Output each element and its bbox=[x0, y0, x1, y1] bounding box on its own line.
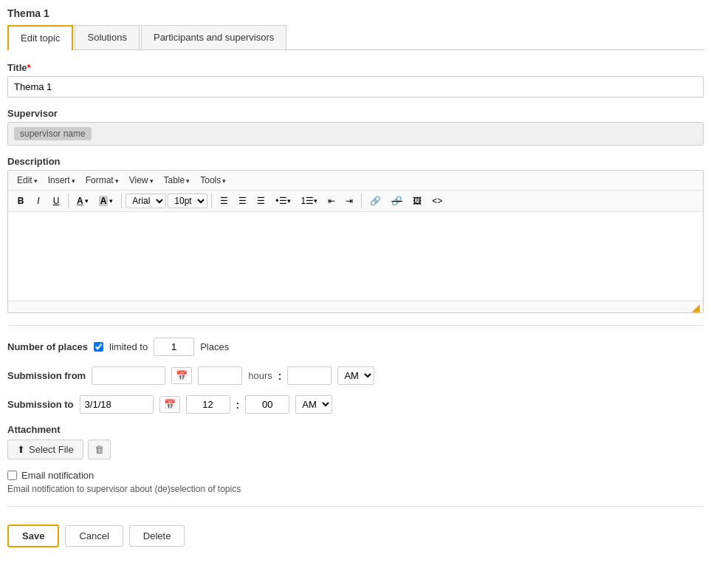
attachment-buttons: ⬆ Select File 🗑 bbox=[7, 440, 704, 459]
email-notification-row: Email notification bbox=[7, 470, 704, 481]
edit-arrow: ▾ bbox=[34, 177, 38, 185]
colon-to: : bbox=[236, 399, 240, 411]
title-input[interactable] bbox=[7, 76, 704, 98]
save-button[interactable]: Save bbox=[7, 524, 59, 547]
submission-to-hours-input[interactable] bbox=[186, 395, 230, 414]
trash-icon: 🗑 bbox=[95, 444, 104, 455]
action-buttons: Save Cancel Delete bbox=[7, 519, 704, 547]
image-button[interactable]: 🖼 bbox=[408, 194, 426, 208]
colon-from: : bbox=[278, 370, 282, 382]
tab-solutions[interactable]: Solutions bbox=[75, 25, 139, 49]
title-required-marker: * bbox=[27, 62, 31, 73]
insert-arrow: ▾ bbox=[72, 177, 75, 185]
menu-format[interactable]: Format▾ bbox=[81, 174, 123, 187]
email-notification-note: Email notification to supervisor about (… bbox=[7, 484, 704, 494]
source-button[interactable]: <> bbox=[427, 194, 447, 208]
submission-from-calendar-button[interactable]: 📅 bbox=[171, 367, 192, 384]
attachment-label: Attachment bbox=[7, 424, 704, 435]
editor-toolbar: B I U A ▾ A ▾ Arial 10pt ☰ ☰ ☰ •☰▾ bbox=[8, 191, 703, 212]
places-checkbox[interactable] bbox=[94, 342, 103, 352]
editor-menubar: Edit▾ Insert▾ Format▾ View▾ Table▾ Tools… bbox=[8, 171, 703, 191]
menu-table[interactable]: Table▾ bbox=[159, 174, 195, 187]
font-family-select[interactable]: Arial bbox=[126, 194, 166, 208]
places-input[interactable] bbox=[154, 338, 194, 356]
submission-from-hours-input[interactable] bbox=[198, 366, 242, 385]
submission-to-label: Submission to bbox=[7, 399, 74, 410]
separator-2 bbox=[7, 506, 704, 507]
unlink-button[interactable]: 🔗 bbox=[387, 194, 407, 208]
title-section: Title* bbox=[7, 62, 704, 98]
align-right-button[interactable]: ☰ bbox=[253, 194, 269, 208]
select-file-button[interactable]: ⬆ Select File bbox=[7, 440, 83, 459]
outdent-button[interactable]: ⇤ bbox=[323, 194, 340, 208]
supervisor-label: Supervisor bbox=[7, 108, 704, 119]
menu-view[interactable]: View▾ bbox=[125, 174, 158, 187]
limited-to-label: limited to bbox=[109, 341, 148, 352]
link-button[interactable]: 🔗 bbox=[365, 194, 385, 208]
email-notification-label: Email notification bbox=[21, 470, 94, 481]
cancel-button[interactable]: Cancel bbox=[65, 525, 123, 547]
tools-arrow: ▾ bbox=[222, 177, 226, 185]
calendar-icon: 📅 bbox=[176, 370, 188, 381]
italic-button[interactable]: I bbox=[30, 194, 47, 208]
submission-from-minutes-input[interactable] bbox=[287, 366, 332, 385]
editor-resize: ◢ bbox=[8, 301, 703, 312]
attachment-section: Attachment ⬆ Select File 🗑 bbox=[7, 424, 704, 459]
toolbar-divider-4 bbox=[361, 194, 362, 208]
hours-label: hours bbox=[248, 370, 272, 381]
title-label: Title* bbox=[7, 62, 704, 73]
toolbar-divider-2 bbox=[121, 194, 122, 208]
submission-from-ampm-select[interactable]: AM PM bbox=[337, 366, 374, 385]
page-title: Thema 1 bbox=[7, 7, 704, 19]
places-unit-label: Places bbox=[200, 341, 229, 352]
underline-button[interactable]: U bbox=[48, 194, 64, 208]
highlight-button[interactable]: A ▾ bbox=[95, 194, 118, 208]
submission-to-ampm-select[interactable]: AM PM bbox=[295, 395, 332, 414]
upload-icon: ⬆ bbox=[17, 444, 25, 455]
delete-button[interactable]: Delete bbox=[129, 525, 185, 547]
view-arrow: ▾ bbox=[150, 177, 154, 185]
submission-to-minutes-input[interactable] bbox=[245, 395, 289, 414]
select-file-label: Select File bbox=[29, 444, 74, 455]
editor-body[interactable] bbox=[8, 212, 703, 301]
editor-container: Edit▾ Insert▾ Format▾ View▾ Table▾ Tools… bbox=[7, 170, 704, 313]
align-center-button[interactable]: ☰ bbox=[234, 194, 251, 208]
menu-edit[interactable]: Edit▾ bbox=[13, 174, 42, 187]
menu-tools[interactable]: Tools▾ bbox=[196, 174, 230, 187]
calendar-to-icon: 📅 bbox=[164, 399, 176, 410]
font-color-button[interactable]: A ▾ bbox=[72, 194, 93, 208]
supervisor-pill: supervisor name bbox=[14, 127, 92, 140]
bullet-list-button[interactable]: •☰▾ bbox=[271, 194, 295, 208]
toolbar-divider-1 bbox=[68, 194, 69, 208]
email-notification-checkbox[interactable] bbox=[7, 471, 17, 480]
tab-edit-topic[interactable]: Edit topic bbox=[7, 25, 73, 50]
delete-attachment-button[interactable]: 🗑 bbox=[88, 440, 111, 459]
supervisor-field[interactable]: supervisor name bbox=[7, 122, 704, 146]
submission-to-calendar-button[interactable]: 📅 bbox=[159, 396, 180, 413]
font-size-select[interactable]: 10pt bbox=[168, 194, 207, 208]
description-section: Description Edit▾ Insert▾ Format▾ View▾ … bbox=[7, 156, 704, 313]
description-label: Description bbox=[7, 156, 704, 167]
menu-insert[interactable]: Insert▾ bbox=[44, 174, 80, 187]
bold-button[interactable]: B bbox=[13, 194, 29, 208]
indent-button[interactable]: ⇥ bbox=[341, 194, 357, 208]
supervisor-section: Supervisor supervisor name bbox=[7, 108, 704, 146]
format-arrow: ▾ bbox=[115, 177, 119, 185]
tabs-container: Edit topic Solutions Participants and su… bbox=[7, 25, 704, 50]
submission-from-row: Submission from 📅 hours : AM PM bbox=[7, 366, 704, 385]
submission-from-date-input[interactable] bbox=[92, 366, 165, 385]
font-color-arrow-icon: ▾ bbox=[85, 197, 89, 205]
numbered-list-button[interactable]: 1☰▾ bbox=[297, 194, 323, 208]
resize-handle-icon[interactable]: ◢ bbox=[692, 301, 700, 313]
tab-participants-supervisors[interactable]: Participants and supervisors bbox=[141, 25, 286, 49]
table-arrow: ▾ bbox=[186, 177, 190, 185]
highlight-arrow-icon: ▾ bbox=[109, 197, 113, 205]
submission-to-date-input[interactable] bbox=[80, 395, 154, 414]
toolbar-divider-3 bbox=[211, 194, 212, 208]
align-left-button[interactable]: ☰ bbox=[216, 194, 233, 208]
places-row: Number of places limited to Places bbox=[7, 338, 704, 356]
submission-from-label: Submission from bbox=[7, 370, 86, 381]
places-label: Number of places bbox=[7, 341, 88, 352]
separator-1 bbox=[7, 325, 704, 326]
submission-to-row: Submission to 📅 : AM PM bbox=[7, 395, 704, 414]
